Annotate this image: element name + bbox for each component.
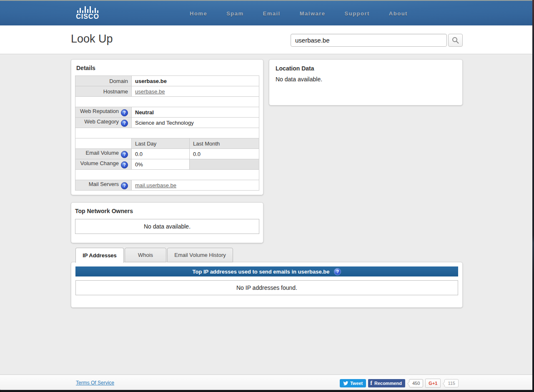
table-row: Mail Servers mail.userbase.be — [75, 180, 259, 191]
location-data-empty: No data available. — [276, 76, 456, 83]
window-bottom-edge — [0, 390, 534, 392]
details-table: Domain userbase.be Hostname userbase.be … — [75, 75, 259, 191]
ip-table-empty: No IP addresses found. — [75, 280, 458, 295]
spacer-row — [75, 128, 259, 138]
web-reputation-value: Neutral — [135, 109, 154, 116]
help-icon[interactable] — [121, 120, 128, 127]
spacer-row — [75, 170, 259, 180]
hostname-label: Hostname — [103, 88, 128, 95]
web-category-label: Web Category — [84, 118, 119, 125]
ip-table-header-text: Top IP addresses used to send emails in … — [193, 269, 330, 275]
location-data-title: Location Data — [276, 65, 456, 72]
top-network-owners-panel: Top Network Owners No data available. — [71, 202, 263, 243]
search-input[interactable] — [291, 34, 447, 47]
ip-addresses-panel: Top IP addresses used to send emails in … — [71, 262, 463, 308]
tweet-button-label: Tweet — [350, 381, 363, 386]
share-count-badge: 450 — [409, 379, 423, 387]
main-nav: Home Spam Email Malware Support About — [190, 1, 408, 26]
location-data-panel: Location Data No data available. — [269, 59, 463, 106]
nav-spam[interactable]: Spam — [226, 10, 243, 17]
table-row — [75, 97, 259, 107]
volume-change-label: Volume Change — [80, 160, 119, 166]
social-buttons: Tweet f Recommend 450 G+1 115 — [340, 379, 459, 388]
top-network-owners-title: Top Network Owners — [75, 208, 259, 214]
web-category-value: Science and Technology — [135, 120, 194, 126]
facebook-icon: f — [370, 380, 372, 387]
ip-table-header: Top IP addresses used to send emails in … — [75, 266, 458, 276]
col-last-month: Last Month — [193, 141, 220, 147]
mail-servers-label: Mail Servers — [89, 181, 119, 187]
plus-one-count-badge: 115 — [444, 379, 459, 387]
nav-support[interactable]: Support — [345, 10, 370, 17]
email-volume-label: Email Volume — [86, 150, 119, 156]
hostname-link[interactable]: userbase.be — [135, 88, 165, 95]
table-row: Hostname userbase.be — [75, 86, 259, 97]
nav-home[interactable]: Home — [190, 10, 207, 17]
nav-email[interactable]: Email — [263, 10, 281, 17]
google-plus-one-button[interactable]: G+1 — [425, 379, 441, 388]
tab-whois[interactable]: Whois — [125, 248, 166, 262]
help-icon[interactable] — [121, 182, 128, 189]
col-last-day: Last Day — [135, 141, 156, 147]
nav-malware[interactable]: Malware — [300, 10, 326, 17]
help-icon[interactable] — [121, 161, 128, 168]
facebook-recommend-button[interactable]: f Recommend — [368, 379, 405, 387]
volume-change-last-day: 0% — [135, 161, 143, 168]
search-icon — [452, 37, 459, 44]
help-icon[interactable] — [121, 151, 128, 158]
domain-value: userbase.be — [135, 78, 167, 84]
help-icon[interactable] — [334, 268, 341, 275]
top-network-owners-empty: No data available. — [75, 219, 259, 234]
top-nav-bar: CISCO Home Spam Email Malware Support Ab… — [0, 0, 534, 25]
table-row: Web Category Science and Technology — [75, 118, 259, 128]
cisco-wordmark: CISCO — [72, 14, 103, 20]
mail-server-link[interactable]: mail.userbase.be — [135, 182, 176, 188]
terms-of-service-link[interactable]: Terms Of Service — [76, 380, 114, 386]
tab-ip-addresses[interactable]: IP Addresses — [75, 248, 124, 263]
table-row: Web Reputation Neutral — [75, 107, 259, 118]
volume-change-last-month-empty — [190, 159, 259, 170]
details-panel: Details Domain userbase.be Hostname user… — [71, 59, 263, 195]
tweet-button[interactable]: Tweet — [340, 379, 366, 387]
email-volume-last-day: 0.0 — [135, 151, 143, 157]
twitter-bird-icon — [343, 381, 348, 386]
table-row: Last Day Last Month — [75, 138, 259, 149]
help-icon[interactable] — [121, 109, 128, 116]
nav-about[interactable]: About — [389, 10, 408, 17]
tab-bar: IP Addresses Whois Email Volume History — [75, 248, 233, 262]
domain-label: Domain — [109, 78, 128, 84]
recommend-button-label: Recommend — [374, 381, 402, 386]
cisco-logo[interactable]: CISCO — [72, 5, 103, 20]
table-row — [75, 170, 259, 180]
search-area — [291, 34, 463, 47]
search-button[interactable] — [448, 34, 463, 47]
table-row: Email Volume 0.0 0.0 — [75, 149, 259, 159]
window-right-edge — [532, 0, 534, 392]
spacer-row — [75, 97, 259, 107]
email-volume-last-month: 0.0 — [193, 151, 201, 157]
tab-email-volume-history[interactable]: Email Volume History — [167, 248, 233, 262]
title-band: Look Up — [0, 25, 534, 54]
cisco-logo-icon — [74, 5, 101, 14]
table-row: Volume Change 0% — [75, 159, 259, 170]
table-row — [75, 128, 259, 138]
footer: Terms Of Service Tweet f Recommend 450 G… — [0, 374, 534, 390]
table-row: Domain userbase.be — [75, 76, 259, 86]
details-title: Details — [76, 65, 259, 71]
page-title: Look Up — [71, 33, 113, 45]
browser-page: CISCO Home Spam Email Malware Support Ab… — [0, 0, 534, 392]
web-reputation-label: Web Reputation — [80, 108, 119, 114]
